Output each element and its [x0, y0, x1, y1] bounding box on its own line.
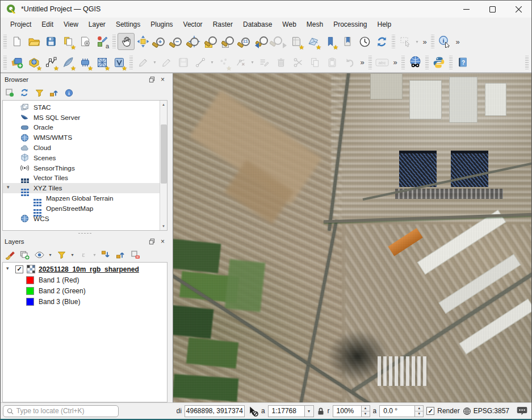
browser-item-openstreetmap[interactable]: OpenStreetMap	[3, 203, 160, 214]
zoom-in-button[interactable]: +	[152, 33, 169, 50]
zoom-to-selection-button[interactable]	[203, 33, 220, 50]
render-checkbox[interactable]: ✓	[426, 407, 434, 415]
new-3d-map-view-button[interactable]: ★	[305, 33, 322, 50]
menu-mesh[interactable]: Mesh	[301, 19, 328, 30]
menu-database[interactable]: Database	[238, 19, 277, 30]
toggle-editing-button[interactable]	[158, 54, 175, 71]
crs-status[interactable]: EPSG:3857	[463, 407, 509, 415]
add-group-button[interactable]	[18, 248, 31, 261]
zoom-next-button[interactable]	[271, 33, 288, 50]
menu-plugins[interactable]: Plugins	[145, 19, 178, 30]
spin-down-button[interactable]: ▼	[362, 411, 370, 417]
temporal-controller-button[interactable]	[356, 33, 373, 50]
float-panel-button[interactable]	[148, 76, 156, 84]
menu-settings[interactable]: Settings	[111, 19, 145, 30]
toolbar-grip[interactable]	[129, 56, 133, 69]
scale-combo[interactable]: ▾	[268, 405, 314, 417]
browser-item-xyz-tiles[interactable]: ▾XYZ Tiles	[3, 183, 160, 193]
toolbar-grip[interactable]	[368, 56, 372, 69]
new-print-layout-button[interactable]: ★	[60, 33, 77, 50]
style-manager-button[interactable]: a	[94, 33, 111, 50]
expand-all-button[interactable]	[99, 248, 112, 261]
menu-edit[interactable]: Edit	[36, 19, 58, 30]
help-button[interactable]: ?	[454, 54, 471, 71]
show-bookmarks-button[interactable]	[339, 33, 356, 50]
toolbar-grip[interactable]	[525, 56, 529, 69]
new-virtual-layer-button[interactable]: ★	[77, 54, 94, 71]
layer-labeling-button[interactable]: abc	[374, 54, 391, 71]
toolbar-grip[interactable]	[401, 56, 405, 69]
browser-scrollbar[interactable]: ▲ ▼	[160, 101, 167, 230]
toolbar-overflow-chevron[interactable]: »	[391, 58, 400, 66]
scrollbar-thumb[interactable]	[161, 124, 167, 184]
close-panel-button[interactable]: ×	[158, 238, 167, 246]
band-row[interactable]: Band 3 (Blue)	[3, 296, 167, 307]
delete-selected-button[interactable]	[273, 54, 290, 71]
copy-features-button[interactable]	[307, 54, 324, 71]
new-geopackage-layer-button[interactable]: ★	[26, 54, 43, 71]
python-console-button[interactable]	[430, 54, 447, 71]
browser-item-mapzen[interactable]: Mapzen Global Terrain	[3, 193, 160, 203]
spin-down-button[interactable]: ▼	[415, 411, 423, 417]
band-row[interactable]: Band 2 (Green)	[3, 285, 167, 296]
paste-features-button[interactable]	[324, 54, 341, 71]
browser-item-mssql[interactable]: MS SQL Server	[3, 113, 160, 123]
layer-visibility-checkbox[interactable]: ✓	[15, 265, 23, 273]
browser-item-wms[interactable]: WMS/WMTS	[3, 132, 160, 143]
toolbar-grip[interactable]	[392, 35, 395, 48]
zoom-out-button[interactable]: −	[169, 33, 186, 50]
save-project-button[interactable]	[43, 33, 60, 50]
zoom-full-button[interactable]	[186, 33, 203, 50]
new-spatial-bookmark-button[interactable]: ★	[322, 33, 339, 50]
scroll-up-button[interactable]: ▲	[160, 101, 167, 109]
cut-features-button[interactable]	[290, 54, 307, 71]
filter-browser-button[interactable]	[32, 86, 46, 99]
current-edits-button[interactable]	[135, 54, 152, 71]
toolbar-grip[interactable]	[449, 56, 453, 69]
locate-input[interactable]	[16, 407, 115, 415]
toolbar-grip[interactable]	[3, 35, 7, 48]
multiedit-attributes-button[interactable]	[255, 54, 273, 71]
digitize-caret[interactable]: ▾	[209, 60, 215, 65]
spin-up-button[interactable]: ▲	[362, 406, 370, 411]
select-tool-caret[interactable]: ▾	[414, 39, 420, 44]
maximize-button[interactable]	[479, 1, 505, 18]
toolbar-grip[interactable]	[3, 56, 7, 69]
filter-legend-caret[interactable]: ▾	[69, 252, 76, 257]
spin-up-button[interactable]: ▲	[415, 406, 423, 411]
menu-project[interactable]: Project	[5, 19, 36, 30]
twisty-open[interactable]: ▾	[6, 265, 9, 271]
menu-web[interactable]: Web	[277, 19, 301, 30]
layer-row[interactable]: ▾ ✓ 20251128_10m_rgb_sharpened	[3, 264, 167, 275]
toolbar-overflow-chevron[interactable]: »	[420, 38, 429, 46]
browser-item-oracle[interactable]: Oracle	[3, 123, 160, 133]
scale-dropdown-button[interactable]: ▾	[304, 405, 314, 417]
menu-view[interactable]: View	[58, 19, 83, 30]
locate-search-box[interactable]	[3, 405, 119, 417]
remove-layer-button[interactable]	[128, 248, 142, 261]
browser-item-cloud[interactable]: Cloud	[3, 143, 160, 153]
scroll-down-button[interactable]: ▼	[160, 222, 167, 230]
filter-by-expression-button[interactable]: ε	[77, 248, 90, 261]
vertex-tool-caret[interactable]: ▾	[249, 60, 255, 65]
layer-styling-button[interactable]	[3, 248, 16, 261]
minimize-button[interactable]	[453, 1, 479, 18]
coordinate-input[interactable]	[185, 405, 245, 417]
browser-item-scenes[interactable]: Scenes	[3, 153, 160, 163]
identify-features-button[interactable]: i	[436, 33, 453, 50]
refresh-browser-button[interactable]	[18, 86, 31, 99]
zoom-to-layer-button[interactable]	[220, 33, 237, 50]
metasearch-button[interactable]	[407, 54, 424, 71]
float-panel-button[interactable]	[148, 238, 156, 246]
toolbar-grip[interactable]	[425, 56, 429, 69]
expression-caret[interactable]: ▾	[91, 252, 98, 257]
collapse-all-layers-button[interactable]	[114, 248, 127, 261]
close-button[interactable]	[505, 1, 531, 18]
new-project-button[interactable]	[9, 33, 26, 50]
pan-to-selection-button[interactable]	[135, 33, 152, 50]
shape-digitize-button[interactable]: ★	[215, 54, 232, 71]
browser-item-vector-tiles[interactable]: Vector Tiles	[3, 173, 160, 184]
menu-processing[interactable]: Processing	[328, 19, 372, 30]
map-canvas[interactable]	[173, 73, 531, 402]
new-mesh-layer-button[interactable]: ★	[94, 54, 111, 71]
